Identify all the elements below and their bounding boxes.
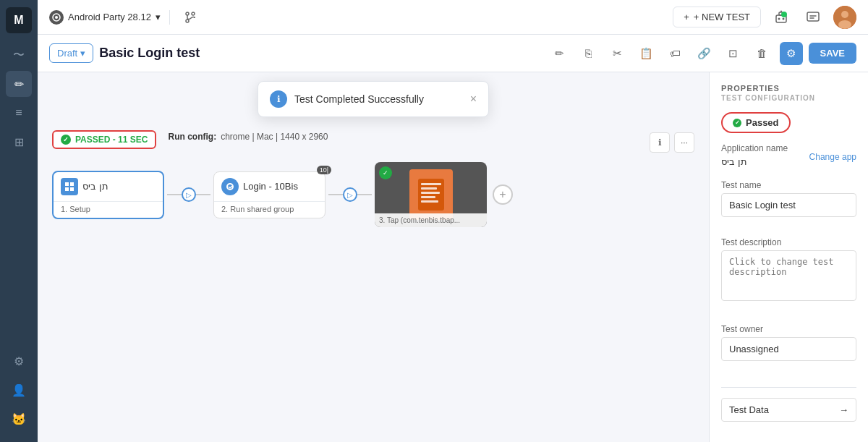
- connector-2: ▷: [326, 187, 375, 202]
- step-3-status-badge: ✓: [379, 166, 392, 179]
- app-name-section: Application name תן ביס: [721, 143, 788, 170]
- expand-btn-2[interactable]: ▷: [343, 187, 357, 202]
- pencil-tool-btn[interactable]: ✏: [548, 42, 571, 65]
- sidebar-item-grid[interactable]: ⊞: [6, 129, 32, 155]
- step-3-wrapper: ✓ 3. Tap (com.tenbis.tbap...: [375, 162, 487, 227]
- step-2-count: 10|: [317, 166, 331, 174]
- sidebar-item-analytics[interactable]: 〜: [6, 42, 32, 68]
- sidebar-item-settings[interactable]: ⚙: [6, 348, 32, 374]
- svg-rect-22: [421, 187, 437, 190]
- svg-point-2: [186, 12, 189, 15]
- draft-chevron-icon: ▾: [80, 48, 85, 59]
- svg-point-1: [55, 16, 58, 19]
- test-data-row[interactable]: Test Data →: [721, 398, 856, 422]
- step-2-name: Login - 10Bis: [243, 181, 298, 192]
- settings-gear-btn[interactable]: ⚙: [780, 42, 803, 65]
- connector-1: ▷: [164, 187, 213, 202]
- step-1-node[interactable]: תן ביס 1. Setup: [52, 171, 164, 219]
- messages-icon-btn[interactable]: [801, 6, 825, 29]
- status-dot: [733, 119, 741, 127]
- step-1-icon: [61, 178, 78, 195]
- step-1-label: 1. Setup: [54, 201, 163, 218]
- test-name-section: Test name: [721, 180, 856, 227]
- new-test-button[interactable]: + + NEW TEST: [673, 7, 761, 27]
- svg-rect-16: [70, 182, 74, 186]
- step-1-header: תן ביס: [54, 172, 163, 201]
- properties-panel: PROPERTIES TEST CONFIGURATION Passed App…: [709, 72, 868, 442]
- secondary-toolbar: Draft ▾ Basic Login test ✏ ⎘ ✂ 📋 🏷 🔗 ⊡ 🗑…: [38, 35, 868, 72]
- sidebar: M 〜 ✏ ≡ ⊞ ⚙ 👤 🐱: [0, 0, 38, 442]
- step-2-wrapper: Login - 10Bis 2. Run shared group 10|: [213, 171, 326, 218]
- canvas: ℹ Test Completed Successfully × ✓ PASSED…: [38, 72, 709, 442]
- step-2-header: Login - 10Bis: [214, 172, 325, 201]
- cut-tool-btn[interactable]: ✂: [606, 42, 629, 65]
- chevron-down-icon: ▾: [156, 12, 161, 22]
- passed-badge: ✓ PASSED - 11 SEC: [52, 130, 156, 149]
- test-title: Basic Login test: [99, 46, 200, 61]
- topbar-branch-icon[interactable]: [179, 6, 202, 29]
- sidebar-item-cat[interactable]: 🐱: [6, 406, 32, 432]
- steps-row: תן ביס 1. Setup ▷: [52, 162, 694, 227]
- notification-dot: [781, 12, 787, 17]
- project-icon: [49, 10, 64, 25]
- robot-icon-btn[interactable]: [770, 6, 793, 29]
- step-3-thumbnail: [409, 169, 453, 220]
- more-options-button[interactable]: ···: [674, 132, 694, 153]
- expand-btn-1[interactable]: ▷: [182, 187, 196, 202]
- svg-point-3: [192, 12, 195, 15]
- status-label: Passed: [746, 117, 779, 128]
- connector-line-2: [328, 194, 343, 195]
- topbar: Android Party 28.12 ▾ + + NEW TEST: [38, 0, 868, 35]
- sidebar-item-edit[interactable]: ✏: [6, 71, 32, 97]
- panel-subtitle: TEST CONFIGURATION: [721, 94, 856, 102]
- test-description-input[interactable]: [721, 250, 856, 301]
- copy-tool-btn[interactable]: ⎘: [577, 42, 600, 65]
- svg-point-10: [780, 10, 782, 12]
- add-step-button[interactable]: +: [493, 184, 513, 205]
- svg-rect-23: [421, 192, 440, 194]
- svg-point-7: [783, 17, 785, 20]
- user-avatar[interactable]: [833, 6, 856, 29]
- connector-line-1b: [196, 194, 210, 195]
- svg-rect-21: [421, 183, 441, 185]
- step-2-node[interactable]: Login - 10Bis 2. Run shared group: [213, 171, 326, 218]
- toast-notification: ℹ Test Completed Successfully ×: [258, 81, 489, 117]
- change-app-link[interactable]: Change app: [809, 152, 856, 162]
- svg-rect-25: [421, 200, 438, 203]
- content-area: ℹ Test Completed Successfully × ✓ PASSED…: [38, 72, 868, 442]
- svg-rect-24: [421, 196, 435, 198]
- run-config-label: Run config:: [168, 132, 216, 142]
- project-selector[interactable]: Android Party 28.12 ▾: [49, 10, 161, 25]
- delete-tool-btn[interactable]: 🗑: [751, 42, 774, 65]
- test-data-arrow: →: [839, 404, 848, 415]
- svg-rect-17: [65, 187, 69, 191]
- new-test-label: + NEW TEST: [694, 12, 750, 22]
- draft-label: Draft: [57, 48, 77, 59]
- test-owner-section: Test owner: [721, 324, 856, 371]
- connector-line-1: [167, 194, 182, 195]
- clipboard-tool-btn[interactable]: 📋: [635, 42, 658, 65]
- toast-close-button[interactable]: ×: [470, 93, 477, 106]
- save-button[interactable]: SAVE: [809, 43, 856, 64]
- app-name-value: תן ביס: [721, 156, 788, 167]
- link-tool-btn[interactable]: 🔗: [693, 42, 716, 65]
- test-owner-input[interactable]: [721, 337, 856, 361]
- sidebar-item-list[interactable]: ≡: [6, 100, 32, 126]
- draft-button[interactable]: Draft ▾: [49, 43, 93, 63]
- topbar-divider: [169, 10, 170, 25]
- project-name: Android Party 28.12: [68, 12, 151, 22]
- crop-tool-btn[interactable]: ⊡: [722, 42, 745, 65]
- step-2-icon: [221, 178, 239, 195]
- svg-point-4: [186, 20, 189, 22]
- main-area: Android Party 28.12 ▾ + + NEW TEST Draft: [38, 0, 868, 442]
- test-owner-label: Test owner: [721, 324, 856, 334]
- app-logo[interactable]: M: [6, 7, 32, 33]
- svg-rect-15: [65, 182, 69, 186]
- passed-status-badge: Passed: [721, 112, 791, 133]
- info-button[interactable]: ℹ: [650, 132, 670, 153]
- tag-tool-btn[interactable]: 🏷: [664, 42, 687, 65]
- svg-rect-18: [70, 187, 74, 191]
- sidebar-item-user[interactable]: 👤: [6, 377, 32, 403]
- test-data-label: Test Data: [729, 404, 769, 415]
- test-name-input[interactable]: [721, 193, 856, 217]
